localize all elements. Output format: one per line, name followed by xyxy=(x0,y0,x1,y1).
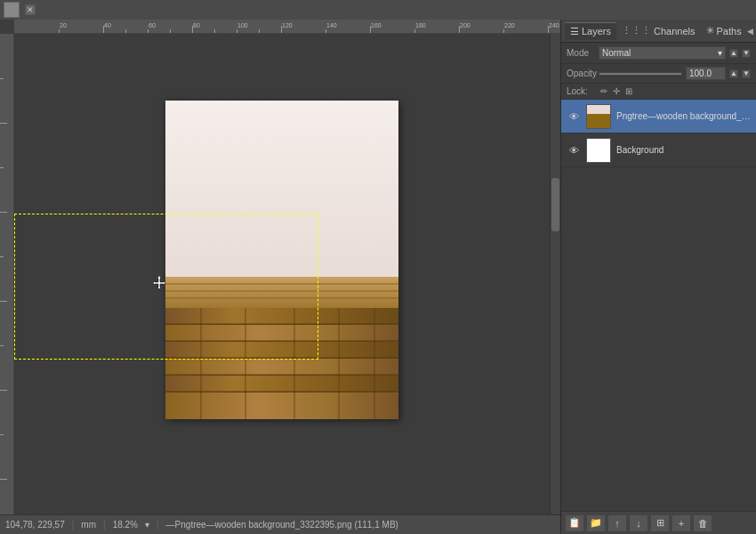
layer-list: 👁 Pngtree—wooden background_33223... 👁 B… xyxy=(561,100,756,167)
mode-select[interactable]: Normal ▾ xyxy=(599,46,726,60)
tab-layers[interactable]: ☰ Layers xyxy=(565,22,616,40)
thumb-wood-bg xyxy=(587,105,610,128)
raise-layer-button[interactable]: ↑ xyxy=(607,514,627,532)
document-thumbnail xyxy=(4,2,20,18)
vertical-scrollbar[interactable] xyxy=(550,34,560,514)
channels-icon: ⋮⋮⋮ xyxy=(622,25,651,36)
mode-label: Mode xyxy=(567,48,595,58)
mode-dropdown-icon[interactable]: ▾ xyxy=(718,48,722,58)
panel-body: Mode Normal ▾ ▲ ▼ Opacity ▲ ▼ Lo xyxy=(561,43,756,511)
canvas-viewport[interactable] xyxy=(14,34,560,514)
wood-svg xyxy=(165,277,398,419)
right-panel: ☰ Layers ⋮⋮⋮ Channels ✳ Paths ◀ Mode Nor… xyxy=(560,20,756,534)
svg-marker-21 xyxy=(153,275,165,288)
layer-mode-row: Mode Normal ▾ ▲ ▼ xyxy=(561,43,756,64)
zoom-level[interactable]: 18.2% xyxy=(113,520,138,530)
canvas-wood-table xyxy=(165,277,398,419)
paths-icon: ✳ xyxy=(706,25,714,36)
tab-paths-label: Paths xyxy=(717,26,742,36)
move-tool-cursor xyxy=(152,274,166,288)
filename-display: —Pngtree—wooden background_3322395.png (… xyxy=(166,520,398,530)
tab-channels[interactable]: ⋮⋮⋮ Channels xyxy=(616,22,700,39)
layer-visibility-toggle[interactable]: 👁 xyxy=(567,143,581,158)
title-bar: ✕ xyxy=(0,0,756,20)
new-layer-button[interactable]: + xyxy=(672,514,691,532)
opacity-input[interactable] xyxy=(686,67,726,80)
panel-collapse-button[interactable]: ◀ xyxy=(747,25,753,37)
canvas-wall-bg xyxy=(165,101,398,287)
opacity-spin-up[interactable]: ▲ xyxy=(729,69,738,78)
lock-pixels-icon[interactable]: ✏ xyxy=(600,86,607,96)
lock-all-icon[interactable]: ⊞ xyxy=(625,86,632,96)
scrollbar-thumb[interactable] xyxy=(551,178,559,231)
layer-item[interactable]: 👁 Pngtree—wooden background_33223... xyxy=(561,100,756,134)
svg-rect-0 xyxy=(165,277,398,308)
main-area: 20406080100120140160180200220240 xyxy=(0,20,756,534)
mode-spin-down[interactable]: ▼ xyxy=(742,49,751,58)
layer-item[interactable]: 👁 Background xyxy=(561,134,756,167)
layer-thumbnail xyxy=(586,138,611,163)
cursor-coordinates: 104,78, 229,57 xyxy=(5,520,65,530)
panel-toolbar: 📋 📁 ↑ ↓ ⊞ + 🗑 xyxy=(561,511,756,534)
ruler-horizontal: 20406080100120140160180200220240 xyxy=(14,20,560,34)
opacity-spin-down[interactable]: ▼ xyxy=(742,69,751,78)
lock-label: Lock: xyxy=(567,86,595,96)
layer-opacity-row: Opacity ▲ ▼ xyxy=(561,64,756,84)
delete-layer-button[interactable]: 🗑 xyxy=(693,514,712,532)
lock-position-icon[interactable]: ✛ xyxy=(613,86,620,96)
mode-value: Normal xyxy=(602,48,631,58)
new-layer-from-visible-button[interactable]: 📋 xyxy=(565,514,584,532)
tab-layers-label: Layers xyxy=(582,26,611,36)
panel-tabs: ☰ Layers ⋮⋮⋮ Channels ✳ Paths ◀ xyxy=(561,20,756,43)
tab-paths[interactable]: ✳ Paths xyxy=(701,22,747,39)
unit-display[interactable]: mm xyxy=(81,520,96,530)
layer-thumbnail xyxy=(586,104,611,129)
ruler-vertical xyxy=(0,34,14,514)
layer-visibility-toggle[interactable]: 👁 xyxy=(567,109,581,124)
lower-layer-button[interactable]: ↓ xyxy=(629,514,648,532)
canvas-area: 20406080100120140160180200220240 xyxy=(0,20,560,534)
close-button[interactable]: ✕ xyxy=(25,4,36,15)
canvas-document xyxy=(165,101,398,419)
layer-lock-row: Lock: ✏ ✛ ⊞ xyxy=(561,84,756,100)
layer-name: Pngtree—wooden background_33223... xyxy=(616,111,751,121)
thumb-white-bg xyxy=(587,139,610,162)
tab-channels-label: Channels xyxy=(654,26,695,36)
duplicate-layer-button[interactable]: ⊞ xyxy=(650,514,670,532)
opacity-slider[interactable] xyxy=(599,72,682,76)
layers-icon: ☰ xyxy=(570,26,579,37)
zoom-dropdown-icon[interactable]: ▾ xyxy=(145,520,149,530)
new-layer-group-button[interactable]: 📁 xyxy=(586,514,606,532)
opacity-label: Opacity xyxy=(567,69,595,78)
status-bar: 104,78, 229,57 | mm | 18.2% ▾ | —Pngtree… xyxy=(0,514,560,534)
mode-spin-up[interactable]: ▲ xyxy=(729,49,738,58)
layer-name: Background xyxy=(616,145,751,155)
